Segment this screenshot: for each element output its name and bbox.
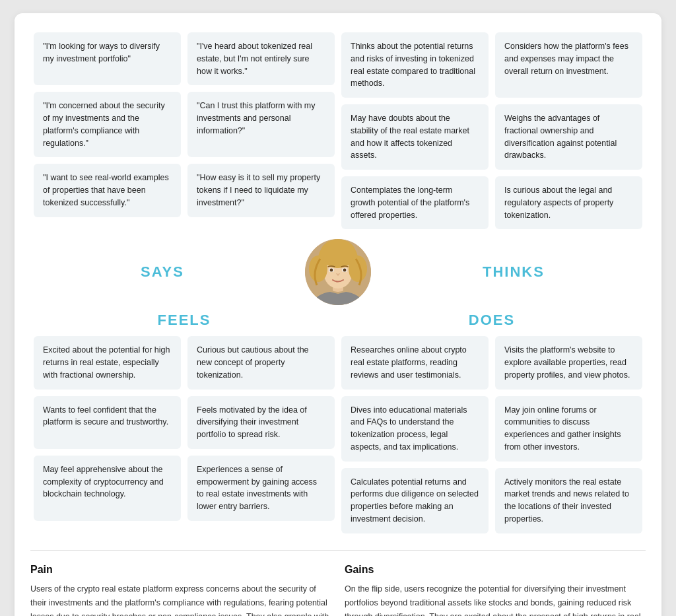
pain-text: Users of the crypto real estate platform… <box>30 582 331 617</box>
thinks-label: THINKS <box>382 263 646 281</box>
svg-point-5 <box>309 256 327 282</box>
feels-cell-4: Feels motivated by the idea of diversify… <box>187 396 335 449</box>
main-card: "I'm looking for ways to diversify my in… <box>15 13 661 616</box>
says-cell-6: "How easy is it to sell my property toke… <box>187 164 335 217</box>
thinks-cell-4: Weighs the advantages of fractional owne… <box>495 104 642 170</box>
says-cell-1: "I'm looking for ways to diversify my in… <box>34 32 181 85</box>
says-cell-2: "I've heard about tokenized real estate,… <box>187 32 335 85</box>
does-cell-2: Visits the platform's website to explore… <box>495 336 642 389</box>
feels-quadrant: Excited about the potential for high ret… <box>30 333 338 536</box>
thinks-cell-5: Contemplates the long-term growth potent… <box>341 176 489 229</box>
says-quadrant: "I'm looking for ways to diversify my in… <box>30 29 338 232</box>
feels-cell-3: Wants to feel confident that the platfor… <box>34 396 181 449</box>
svg-point-6 <box>349 256 367 282</box>
says-cell-4: "Can I trust this platform with my inves… <box>187 92 335 157</box>
does-quadrant: Researches online about crypto real esta… <box>338 333 646 536</box>
label-avatar-row: SAYS <box>30 239 646 305</box>
does-cell-3: Dives into educational materials and FAQ… <box>341 396 489 462</box>
says-cell-5: "I want to see real-world examples of pr… <box>34 164 181 217</box>
thinks-cell-1: Thinks about the potential returns and r… <box>341 32 489 98</box>
left-labels-row: SAYS <box>30 263 294 281</box>
svg-point-9 <box>330 269 333 272</box>
avatar <box>305 239 371 305</box>
does-cell-5: Calculates potential returns and perform… <box>341 468 489 533</box>
gains-section: Gains On the flip side, users recognize … <box>345 564 646 617</box>
does-cell-4: May join online forums or communities to… <box>495 396 642 462</box>
says-label: SAYS <box>30 263 294 281</box>
does-label: DOES <box>469 312 515 328</box>
feels-cell-5: May feel apprehensive about the complexi… <box>34 456 181 521</box>
feels-label: FEELS <box>158 312 211 328</box>
feels-cell-1: Excited about the potential for high ret… <box>34 336 181 389</box>
thinks-cell-6: Is curious about the legal and regulator… <box>495 176 642 229</box>
thinks-quadrant: Thinks about the potential returns and r… <box>338 29 646 232</box>
thinks-cell-2: Considers how the platform's fees and ex… <box>495 32 642 98</box>
pain-title: Pain <box>30 564 331 576</box>
svg-point-10 <box>343 269 347 272</box>
right-labels-row: THINKS <box>382 263 646 281</box>
thinks-cell-3: May have doubts about the stability of t… <box>341 104 489 170</box>
pain-section: Pain Users of the crypto real estate pla… <box>30 564 331 617</box>
gains-title: Gains <box>345 564 646 576</box>
gains-text: On the flip side, users recognize the po… <box>345 582 646 617</box>
feels-cell-6: Experiences a sense of empowerment by ga… <box>187 456 335 521</box>
feels-cell-2: Curious but cautious about the new conce… <box>187 336 335 389</box>
does-cell-6: Actively monitors the real estate market… <box>495 468 642 533</box>
says-cell-3: "I'm concerned about the security of my … <box>34 92 181 157</box>
pain-gains-section: Pain Users of the crypto real estate pla… <box>30 550 646 617</box>
does-cell-1: Researches online about crypto real esta… <box>341 336 489 389</box>
